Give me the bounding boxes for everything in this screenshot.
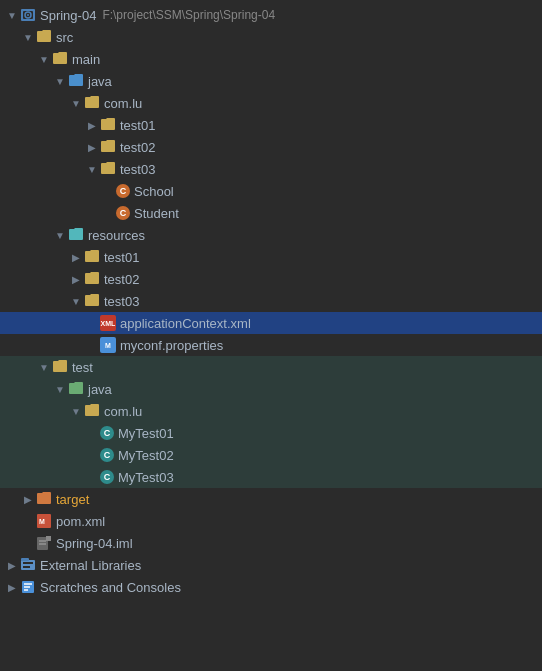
tree-row-test01-1[interactable]: test01: [0, 114, 542, 136]
arrow-test02-1: [84, 142, 100, 153]
mytest03-label: MyTest03: [118, 470, 174, 485]
com-lu-label: com.lu: [104, 96, 142, 111]
svg-rect-11: [23, 562, 33, 564]
folder-src-icon: [36, 28, 52, 47]
test03-2-label: test03: [104, 294, 139, 309]
folder-java-main-icon: [68, 72, 84, 91]
arrow-test01-1: [84, 120, 100, 131]
properties-icon: M: [100, 337, 116, 353]
tree-row-scratch[interactable]: Scratches and Consoles: [0, 576, 542, 598]
test-label: test: [72, 360, 93, 375]
tree-row-pom[interactable]: M pom.xml: [0, 510, 542, 532]
folder-test02-2-icon: [84, 270, 100, 289]
arrow-com-lu-test: [68, 406, 84, 417]
arrow-com-lu: [68, 98, 84, 109]
test01-2-label: test01: [104, 250, 139, 265]
arrow-ext-lib: [4, 560, 20, 571]
tree-row-test02-1[interactable]: test02: [0, 136, 542, 158]
folder-com-lu-test-icon: [84, 402, 100, 421]
test-class-mytest02-icon: C: [100, 448, 114, 462]
svg-point-3: [27, 14, 29, 16]
tree-row-resources[interactable]: resources: [0, 224, 542, 246]
tree-row-test[interactable]: test: [0, 356, 542, 378]
arrow-resources: [52, 230, 68, 241]
arrow-java-main: [52, 76, 68, 87]
project-path-label: F:\project\SSM\Spring\Spring-04: [102, 8, 275, 22]
svg-text:M: M: [39, 518, 45, 525]
test02-1-label: test02: [120, 140, 155, 155]
tree-row-school[interactable]: C School: [0, 180, 542, 202]
mytest01-label: MyTest01: [118, 426, 174, 441]
class-student-icon: C: [116, 206, 130, 220]
myconf-label: myconf.properties: [120, 338, 223, 353]
arrow-main: [36, 54, 52, 65]
tree-row-test01-2[interactable]: test01: [0, 246, 542, 268]
student-label: Student: [134, 206, 179, 221]
test02-2-label: test02: [104, 272, 139, 287]
iml-label: Spring-04.iml: [56, 536, 133, 551]
arrow-target: [20, 494, 36, 505]
tree-row-myconf[interactable]: M myconf.properties: [0, 334, 542, 356]
resources-label: resources: [88, 228, 145, 243]
tree-row-com-lu-test[interactable]: com.lu: [0, 400, 542, 422]
tree-row-ext-lib[interactable]: External Libraries: [0, 554, 542, 576]
tree-row-spring04[interactable]: Spring-04 F:\project\SSM\Spring\Spring-0…: [0, 4, 542, 26]
tree-row-java-test[interactable]: java: [0, 378, 542, 400]
school-label: School: [134, 184, 174, 199]
folder-test03-1-icon: [100, 160, 116, 179]
tree-row-iml[interactable]: Spring-04.iml: [0, 532, 542, 554]
tree-row-java-main[interactable]: java: [0, 70, 542, 92]
test-class-mytest03-icon: C: [100, 470, 114, 484]
test03-1-label: test03: [120, 162, 155, 177]
tree-row-com-lu[interactable]: com.lu: [0, 92, 542, 114]
arrow-test01-2: [68, 252, 84, 263]
tree-row-test03-2[interactable]: test03: [0, 290, 542, 312]
main-label: main: [72, 52, 100, 67]
java-test-label: java: [88, 382, 112, 397]
project-tree: Spring-04 F:\project\SSM\Spring\Spring-0…: [0, 0, 542, 671]
tree-row-main[interactable]: main: [0, 48, 542, 70]
src-label: src: [56, 30, 73, 45]
ext-lib-icon: [20, 557, 36, 573]
project-name-label: Spring-04: [40, 8, 96, 23]
java-main-label: java: [88, 74, 112, 89]
arrow-test03-1: [84, 164, 100, 175]
folder-test02-1-icon: [100, 138, 116, 157]
arrow-test03-2: [68, 296, 84, 307]
scratch-icon: [20, 579, 36, 595]
folder-test01-1-icon: [100, 116, 116, 135]
folder-test-icon: [52, 358, 68, 377]
pom-label: pom.xml: [56, 514, 105, 529]
target-label: target: [56, 492, 89, 507]
folder-target-icon: [36, 490, 52, 509]
arrow-spring04: [4, 10, 20, 21]
test-class-mytest01-icon: C: [100, 426, 114, 440]
svg-rect-7: [46, 536, 51, 541]
tree-row-app-ctx[interactable]: XML applicationContext.xml: [0, 312, 542, 334]
arrow-java-test: [52, 384, 68, 395]
tree-row-mytest02[interactable]: C MyTest02: [0, 444, 542, 466]
folder-test01-2-icon: [84, 248, 100, 267]
scratch-label: Scratches and Consoles: [40, 580, 181, 595]
tree-row-src[interactable]: src: [0, 26, 542, 48]
folder-main-icon: [52, 50, 68, 69]
class-school-icon: C: [116, 184, 130, 198]
arrow-scratch: [4, 582, 20, 593]
iml-icon: [36, 535, 52, 551]
tree-row-target[interactable]: target: [0, 488, 542, 510]
arrow-test02-2: [68, 274, 84, 285]
tree-row-mytest03[interactable]: C MyTest03: [0, 466, 542, 488]
tree-row-mytest01[interactable]: C MyTest01: [0, 422, 542, 444]
pom-icon: M: [36, 513, 52, 529]
com-lu-test-label: com.lu: [104, 404, 142, 419]
tree-row-test03-1[interactable]: test03: [0, 158, 542, 180]
mytest02-label: MyTest02: [118, 448, 174, 463]
arrow-test: [36, 362, 52, 373]
arrow-src: [20, 32, 36, 43]
tree-row-student[interactable]: C Student: [0, 202, 542, 224]
ext-lib-label: External Libraries: [40, 558, 141, 573]
tree-row-test02-2[interactable]: test02: [0, 268, 542, 290]
folder-com-lu-icon: [84, 94, 100, 113]
app-ctx-label: applicationContext.xml: [120, 316, 251, 331]
test01-1-label: test01: [120, 118, 155, 133]
